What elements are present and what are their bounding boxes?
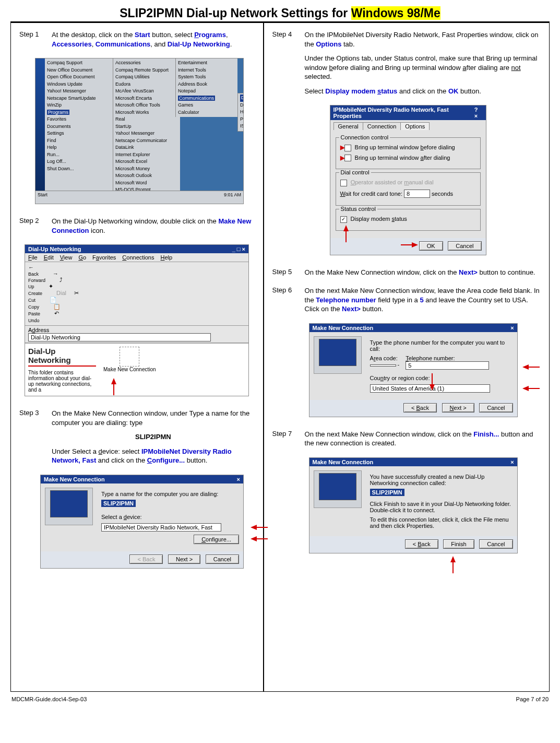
- communications-link: Communications: [96, 40, 150, 48]
- dun-link: Dial-Up Networking: [168, 40, 230, 48]
- screenshot-dun-window: Dial-Up Networking_ □ × FileEditViewGoFa…: [25, 244, 249, 396]
- g1-legend: Connection control: [339, 134, 390, 140]
- dun-address-bar: Address Dial-Up Networking: [25, 326, 248, 343]
- s5-b: button to continue.: [478, 268, 535, 276]
- configure-link: Configure...: [147, 456, 185, 464]
- step-3-body: On the Make New Connection window, under…: [52, 409, 255, 470]
- dun-desc: This folder contains information about y…: [28, 370, 96, 393]
- configure-button[interactable]: Configure...: [194, 535, 239, 544]
- taskbar-start: Start: [38, 192, 47, 203]
- next-button[interactable]: Next >: [168, 555, 200, 564]
- s4-p1b: tab.: [341, 40, 354, 48]
- wait-seconds[interactable]: 8: [404, 190, 430, 198]
- mnc3-b1: Click Finish to save it in your Dial-Up …: [370, 501, 513, 513]
- start-taskbar: Start 9:01 AM: [35, 191, 243, 204]
- screenshot-properties: IPMobileNet Diversity Radio Network, Fas…: [330, 105, 486, 255]
- g3-legend: Status control: [339, 206, 377, 212]
- s4-p3b: and click on the: [397, 87, 448, 95]
- chk-before[interactable]: [344, 145, 351, 151]
- tab-general[interactable]: General: [333, 122, 363, 130]
- left-column: Step 1 At the desktop, click on the Star…: [11, 23, 264, 691]
- s3-dev-rest: evice: select: [102, 447, 141, 455]
- close-icon: ×: [510, 459, 514, 465]
- title-highlight: Windows 98/Me: [351, 6, 440, 20]
- step-6-num: Step 6: [272, 286, 305, 319]
- programs-link: Programs: [194, 31, 226, 39]
- red-arrow-ok: [412, 242, 418, 247]
- taskbar-clock: 9:01 AM: [224, 192, 241, 203]
- s2-a: On the Dial-Up Networking window, double…: [52, 217, 218, 225]
- next-link: Next>: [459, 268, 478, 276]
- cancel-button[interactable]: Cancel: [479, 403, 513, 412]
- start-link: Start: [135, 31, 150, 39]
- tel-link: Telephone number: [316, 296, 376, 304]
- cancel-button[interactable]: Cancel: [206, 555, 239, 564]
- step-2-body: On the Dial-Up Networking window, double…: [52, 217, 255, 240]
- start-panel-1: Compaq SupportNew Office DocumentOpen Of…: [45, 58, 117, 193]
- finish-link: Finish...: [473, 430, 499, 438]
- next-button[interactable]: Next >: [442, 403, 474, 412]
- s1-text-a: At the desktop, click on the: [52, 31, 135, 39]
- area-code-input[interactable]: [370, 364, 396, 367]
- mnc3-name: SLIP2IPMN: [370, 489, 404, 496]
- s4-p3c: button.: [458, 87, 481, 95]
- mnc1-type-label: Type a name for the computer you are dia…: [101, 491, 239, 497]
- s3-dev-u: d: [99, 447, 102, 455]
- s3-p2b: and click on the: [96, 456, 147, 464]
- screenshot-mnc2: Make New Connection× Type the phone numb…: [309, 323, 518, 417]
- mnc-icon-label: Make New Connection: [103, 367, 156, 372]
- s6-b: field type in a: [376, 296, 420, 304]
- chk-display-status[interactable]: ✓: [340, 216, 347, 223]
- step-1: Step 1 At the desktop, click on the Star…: [19, 30, 255, 54]
- step-3: Step 3 On the Make New Connection window…: [19, 409, 255, 470]
- back-button[interactable]: < Back: [403, 403, 437, 412]
- win98-strip: [35, 58, 45, 193]
- footer-left: MDCMR-Guide.doc\4-Sep-03: [11, 696, 87, 702]
- dun-toolbar: ←Back →Forward ⤴Up ✦Create Dial ✂Cut 📄Co…: [25, 262, 248, 326]
- step-6: Step 6 On the next Make New Connection w…: [272, 286, 541, 319]
- mnc1-device[interactable]: IPMobileNet Diversity Radio Network, Fas…: [101, 523, 221, 532]
- finish-button[interactable]: Finish: [443, 539, 474, 549]
- screenshot-mnc1: Make New Connection× Type a name for the…: [40, 475, 244, 569]
- s7-a: On the next Make New Connection window, …: [305, 430, 474, 438]
- s1-c1: ,: [226, 31, 228, 39]
- s6-e: button.: [361, 305, 383, 313]
- mnc2-title: Make New Connection: [313, 325, 374, 331]
- make-new-connection-icon[interactable]: [120, 347, 139, 367]
- cancel-button[interactable]: Cancel: [479, 539, 513, 549]
- step-4-num: Step 4: [272, 30, 305, 101]
- cancel-button[interactable]: Cancel: [448, 241, 481, 251]
- step-3-num: Step 3: [19, 409, 52, 470]
- mnc3-title: Make New Connection: [313, 459, 374, 465]
- s3-p1: On the Make New Connection window, under…: [52, 409, 255, 427]
- g2-legend: Dial control: [339, 169, 371, 175]
- step-4: Step 4 On the IPMobileNet Diversity Radi…: [272, 30, 541, 101]
- s1-text-b: button, select: [150, 31, 195, 39]
- step-2-num: Step 2: [19, 217, 52, 240]
- wizard-graphic: [45, 488, 93, 525]
- red-arrow-icon: [111, 378, 116, 384]
- red-arrow-country: [522, 386, 529, 391]
- dun-menubar: FileEditViewGoFavoritesConnectionsHelp: [25, 253, 248, 262]
- props-tabs: GeneralConnectionOptions: [330, 120, 486, 130]
- start-panel-3: EntertainmentInternet ToolsSystem ToolsA…: [175, 58, 237, 117]
- s5-a: On the Make New Connection window, click…: [305, 268, 459, 276]
- tel-input[interactable]: 5: [406, 361, 489, 370]
- content-frame: Step 1 At the desktop, click on the Star…: [10, 22, 550, 692]
- ok-button[interactable]: OK: [419, 241, 443, 251]
- mnc1-type-val[interactable]: SLIP2IPMN: [101, 500, 136, 507]
- tab-options[interactable]: Options: [400, 122, 430, 130]
- back-button[interactable]: < Back: [405, 539, 438, 549]
- tab-connection[interactable]: Connection: [363, 122, 401, 130]
- step-4-body: On the IPMobileNet Diversity Radio Netwo…: [305, 30, 541, 101]
- wizard-graphic: [314, 470, 362, 508]
- s1-c2: ,: [92, 40, 96, 48]
- close-icon: ×: [237, 476, 240, 482]
- win-controls: _ □ ×: [232, 246, 245, 252]
- chk-after[interactable]: [344, 155, 351, 161]
- step-7-num: Step 7: [272, 430, 305, 453]
- mnc3-lead: You have successfully created a new Dial…: [370, 474, 513, 486]
- step-1-body: At the desktop, click on the Start butto…: [52, 30, 255, 54]
- dun-h1: Dial-Up: [28, 347, 96, 356]
- mnc2-lead: Type the phone number for the computer y…: [370, 339, 513, 352]
